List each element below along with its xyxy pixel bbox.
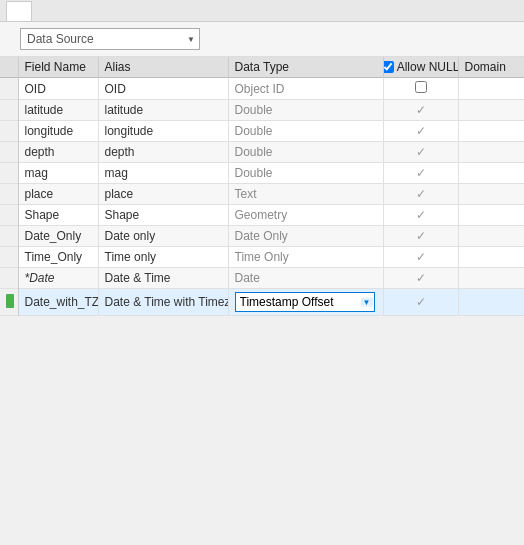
field-name-cell: depth xyxy=(18,142,98,163)
layer-select-wrapper: Data Source xyxy=(20,28,200,50)
row-indicator-cell xyxy=(0,205,18,226)
data-type-cell: Double xyxy=(228,100,383,121)
title-bar xyxy=(0,0,524,22)
allow-null-cell[interactable]: ✓ xyxy=(383,268,458,289)
data-type-cell: Double xyxy=(228,163,383,184)
checkmark-icon: ✓ xyxy=(416,250,426,264)
field-name-cell: place xyxy=(18,184,98,205)
data-type-cell: Object ID xyxy=(228,78,383,100)
current-layer-select[interactable]: Data Source xyxy=(20,28,200,50)
data-type-cell: Time Only xyxy=(228,247,383,268)
domain-cell xyxy=(458,78,524,100)
table-body: OIDOIDObject IDlatitudelatitudeDouble✓lo… xyxy=(0,78,524,316)
row-indicator-cell xyxy=(0,184,18,205)
row-indicator-cell xyxy=(0,247,18,268)
allow-null-cell[interactable]: ✓ xyxy=(383,184,458,205)
fields-table-container: Field Name Alias Data Type Allow NULL Do… xyxy=(0,57,524,316)
field-name-cell: latitude xyxy=(18,100,98,121)
row-indicator-cell xyxy=(0,226,18,247)
alias-cell: Date & Time with Timezone Offset xyxy=(98,289,228,316)
checkmark-icon: ✓ xyxy=(416,124,426,138)
alias-cell: Time only xyxy=(98,247,228,268)
table-row: ShapeShapeGeometry✓ xyxy=(0,205,524,226)
checkmark-icon: ✓ xyxy=(416,271,426,285)
checkmark-icon: ✓ xyxy=(416,295,426,309)
allow-null-cell[interactable]: ✓ xyxy=(383,100,458,121)
allow-null-cell[interactable]: ✓ xyxy=(383,205,458,226)
table-row: placeplaceText✓ xyxy=(0,184,524,205)
alias-cell: depth xyxy=(98,142,228,163)
checkmark-icon: ✓ xyxy=(416,166,426,180)
allow-null-cell[interactable]: ✓ xyxy=(383,121,458,142)
checkmark-icon: ✓ xyxy=(416,103,426,117)
row-indicator-cell xyxy=(0,163,18,184)
row-indicator-cell xyxy=(0,100,18,121)
allow-null-header-checkbox[interactable] xyxy=(383,61,394,73)
row-indicator-cell xyxy=(0,268,18,289)
alias-cell: place xyxy=(98,184,228,205)
allow-null-cell[interactable]: ✓ xyxy=(383,226,458,247)
data-type-cell: Text xyxy=(228,184,383,205)
data-type-cell: Geometry xyxy=(228,205,383,226)
data-type-cell: Double xyxy=(228,142,383,163)
domain-cell xyxy=(458,100,524,121)
alias-cell: OID xyxy=(98,78,228,100)
data-type-cell: Date Only xyxy=(228,226,383,247)
data-type-cell[interactable]: Timestamp Offset▼ xyxy=(228,289,383,316)
field-name-cell: Shape xyxy=(18,205,98,226)
field-name-cell: longitude xyxy=(18,121,98,142)
alias-cell: Date only xyxy=(98,226,228,247)
domain-cell xyxy=(458,289,524,316)
col-header-domain: Domain xyxy=(458,57,524,78)
allow-null-cell[interactable]: ✓ xyxy=(383,247,458,268)
checkmark-icon: ✓ xyxy=(416,145,426,159)
field-name-cell: Date_Only xyxy=(18,226,98,247)
allow-null-cell[interactable]: ✓ xyxy=(383,163,458,184)
fields-table: Field Name Alias Data Type Allow NULL Do… xyxy=(0,57,524,316)
domain-cell xyxy=(458,247,524,268)
domain-cell xyxy=(458,268,524,289)
alias-cell: longitude xyxy=(98,121,228,142)
allow-null-cell xyxy=(383,78,458,100)
table-row: magmagDouble✓ xyxy=(0,163,524,184)
alias-cell: latitude xyxy=(98,100,228,121)
field-name-cell: *Date xyxy=(18,268,98,289)
data-type-inline-select[interactable]: Timestamp Offset xyxy=(235,292,375,312)
domain-cell xyxy=(458,226,524,247)
title-tab[interactable] xyxy=(6,1,32,21)
alias-cell: mag xyxy=(98,163,228,184)
data-type-cell: Date xyxy=(228,268,383,289)
table-row: *DateDate & TimeDate✓ xyxy=(0,268,524,289)
field-name-cell: OID xyxy=(18,78,98,100)
col-header-allow-null: Allow NULL xyxy=(383,57,458,78)
allow-null-checkbox[interactable] xyxy=(415,81,427,93)
alias-cell: Date & Time xyxy=(98,268,228,289)
col-header-field-name: Field Name xyxy=(18,57,98,78)
field-name-cell: Time_Only xyxy=(18,247,98,268)
domain-cell xyxy=(458,184,524,205)
col-header-data-type: Data Type xyxy=(228,57,383,78)
checkmark-icon: ✓ xyxy=(416,208,426,222)
allow-null-cell[interactable]: ✓ xyxy=(383,142,458,163)
table-row: latitudelatitudeDouble✓ xyxy=(0,100,524,121)
row-indicator-cell xyxy=(0,78,18,100)
checkmark-icon: ✓ xyxy=(416,229,426,243)
data-type-cell: Double xyxy=(228,121,383,142)
table-row: depthdepthDouble✓ xyxy=(0,142,524,163)
field-name-cell: Date_with_TZ xyxy=(18,289,98,316)
row-indicator-cell xyxy=(0,121,18,142)
domain-cell xyxy=(458,163,524,184)
field-name-cell: mag xyxy=(18,163,98,184)
table-row: longitudelongitudeDouble✓ xyxy=(0,121,524,142)
allow-null-cell[interactable]: ✓ xyxy=(383,289,458,316)
domain-cell xyxy=(458,142,524,163)
table-row: Time_OnlyTime onlyTime Only✓ xyxy=(0,247,524,268)
row-indicator-cell xyxy=(0,289,18,316)
domain-cell xyxy=(458,121,524,142)
table-row: Date_OnlyDate onlyDate Only✓ xyxy=(0,226,524,247)
col-header-alias: Alias xyxy=(98,57,228,78)
checkmark-icon: ✓ xyxy=(416,187,426,201)
alias-cell: Shape xyxy=(98,205,228,226)
current-layer-row: Data Source xyxy=(0,22,524,57)
table-header-row: Field Name Alias Data Type Allow NULL Do… xyxy=(0,57,524,78)
